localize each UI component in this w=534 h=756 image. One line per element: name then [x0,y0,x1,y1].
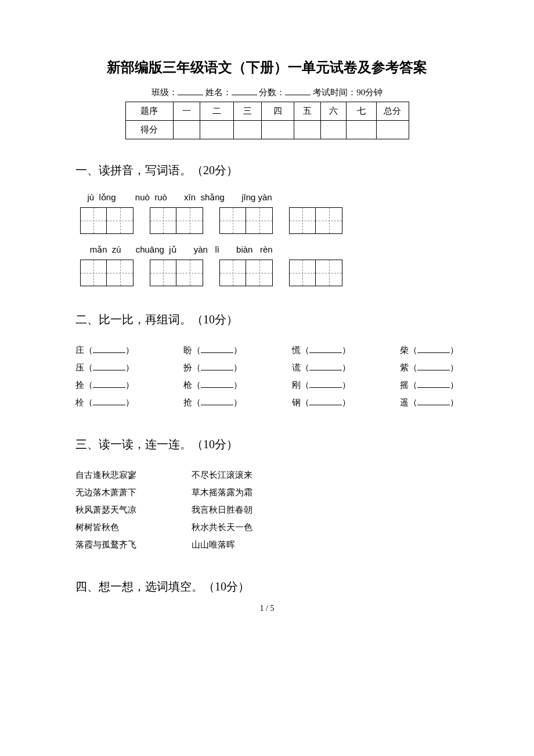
score-cell[interactable] [233,121,261,139]
row-label-2: 得分 [125,121,173,139]
char-box-pair[interactable] [150,260,203,286]
close-paren: ） [125,380,134,390]
compare-item: 盼（） [183,341,242,359]
section-heading: 四、想一想，选词填空。（10分） [75,579,459,595]
char-label: 庄（ [75,345,93,355]
close-paren: ） [233,345,242,355]
score-label: 分数： [259,88,285,97]
fill-blank[interactable] [201,380,233,388]
score-cell[interactable] [294,121,320,139]
char-label: 抢（ [183,398,201,407]
match-row: 树树皆秋色秋水共长天一色 [75,519,459,536]
close-paren: ） [233,398,242,407]
close-paren: ） [450,380,459,390]
score-cell[interactable] [320,121,346,139]
time-label: 考试时间：90分钟 [313,88,383,97]
close-paren: ） [125,345,134,355]
close-paren: ） [342,398,351,407]
fill-blank[interactable] [201,362,233,370]
fill-blank[interactable] [201,345,233,353]
char-label: 枪（ [183,380,201,390]
fill-blank[interactable] [309,380,342,388]
char-label: 柴（ [400,345,417,355]
close-paren: ） [342,363,351,372]
compare-grid: 庄（）盼（）慌（）柴（）压（）扮（）谎（）紫（）拴（）枪（）刚（）摇（）栓（）抢… [75,341,459,411]
match-left: 无边落木萧萧下 [75,484,192,501]
char-boxes-row [80,260,459,286]
fill-blank[interactable] [93,345,125,353]
char-label: 摇（ [400,380,417,390]
fill-blank[interactable] [309,362,342,370]
score-table: 题序 一 二 三 四 五 六 七 总分 得分 [125,102,409,139]
match-right: 我言秋日胜春朝 [192,501,252,519]
compare-item: 遥（） [400,394,459,411]
char-box-pair[interactable] [219,260,273,286]
fill-blank[interactable] [417,397,450,405]
compare-item: 庄（） [75,341,134,359]
match-right: 山山唯落晖 [192,536,235,553]
col-header: 一 [173,102,200,121]
class-blank[interactable] [178,87,203,95]
match-right: 草木摇落露为霜 [192,484,252,501]
fill-blank[interactable] [309,397,342,405]
char-label: 刚（ [292,380,309,390]
char-box-pair[interactable] [80,260,134,286]
compare-item: 拴（） [75,376,134,394]
char-label: 拴（ [75,380,93,390]
fill-blank[interactable] [309,345,342,353]
section-heading: 三、读一读，连一连。（10分） [75,437,459,452]
fill-blank[interactable] [93,380,125,388]
class-label: 班级： [151,88,178,97]
col-header: 七 [346,102,376,121]
score-cell[interactable] [173,121,200,139]
fill-blank[interactable] [417,345,450,353]
section-1: 一、读拼音，写词语。（20分） jù lǒng nuò ruò xīn shǎn… [75,163,459,286]
match-left: 树树皆秋色 [75,519,192,536]
compare-line: 栓（）抢（）钢（）遥（） [75,394,459,411]
fill-blank[interactable] [93,397,125,405]
match-grid: 自古逢秋悲寂寥不尽长江滚滚来无边落木萧萧下草木摇落露为霜秋风萧瑟天气凉我言秋日胜… [75,466,459,553]
compare-item: 柴（） [400,341,459,359]
score-cell[interactable] [376,121,409,139]
compare-line: 庄（）盼（）慌（）柴（） [75,341,459,359]
char-box-pair[interactable] [150,207,203,234]
char-label: 钢（ [292,398,309,407]
compare-item: 钢（） [292,394,351,411]
char-box-pair[interactable] [289,207,342,234]
col-header: 总分 [376,102,409,121]
section-3: 三、读一读，连一连。（10分） 自古逢秋悲寂寥不尽长江滚滚来无边落木萧萧下草木摇… [75,437,459,553]
compare-line: 压（）扮（）谎（）紫（） [75,359,459,376]
fill-blank[interactable] [93,362,125,370]
close-paren: ） [342,345,351,355]
fill-blank[interactable] [201,397,233,405]
table-row: 题序 一 二 三 四 五 六 七 总分 [125,102,409,121]
col-header: 五 [294,102,320,121]
compare-item: 摇（） [400,376,459,394]
char-label: 扮（ [183,363,201,372]
compare-item: 栓（） [75,394,134,411]
char-box-pair[interactable] [289,260,342,286]
score-cell[interactable] [346,121,376,139]
section-4: 四、想一想，选词填空。（10分） [75,579,459,595]
compare-item: 慌（） [292,341,351,359]
char-box-pair[interactable] [80,207,134,234]
fill-blank[interactable] [417,380,450,388]
score-blank[interactable] [285,87,311,95]
match-left: 落霞与孤鹜齐飞 [75,536,192,553]
match-right: 秋水共长天一色 [192,519,252,536]
name-blank[interactable] [232,87,257,95]
close-paren: ） [233,380,242,390]
compare-item: 扮（） [183,359,242,376]
close-paren: ） [125,398,134,407]
score-cell[interactable] [261,121,294,139]
compare-item: 压（） [75,359,134,376]
match-left: 秋风萧瑟天气凉 [75,501,192,519]
score-cell[interactable] [200,121,233,139]
compare-item: 枪（） [183,376,242,394]
char-label: 谎（ [292,363,309,372]
fill-blank[interactable] [417,362,450,370]
pinyin-row-1: jù lǒng nuò ruò xīn shǎng jīng yàn [80,192,459,203]
document-title: 新部编版三年级语文（下册）一单元试卷及参考答案 [75,58,459,77]
char-box-pair[interactable] [219,207,273,234]
compare-item: 抢（） [183,394,242,411]
